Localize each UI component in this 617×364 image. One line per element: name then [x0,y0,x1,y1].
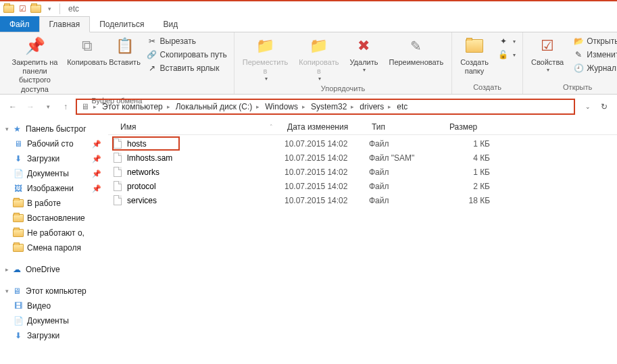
folder-icon [12,197,24,209]
nav-quick-item[interactable]: Не работают о, [0,226,108,240]
file-date: 10.07.2015 14:02 [285,196,369,205]
column-header-size[interactable]: Размер [443,119,490,134]
nav-quick-item[interactable]: В работе [0,196,108,211]
column-header-date[interactable]: Дата изменения [280,119,365,134]
breadcrumb-item[interactable]: Этот компьютер▸ [99,102,173,111]
nav-quick-item[interactable]: ⬇Загрузки📌 [0,151,108,166]
ribbon-tabs: Файл Главная Поделиться Вид [0,16,617,32]
downloads-icon: ⬇ [12,153,24,165]
pin-icon: 📌 [92,140,105,149]
pin-icon: 📌 [24,35,46,57]
title-bar: ☑ ▾ etc [0,0,617,16]
copy-button[interactable]: ⧉ Копировать [68,34,106,68]
nav-quick-item[interactable]: 🖼Изображени📌 [0,181,108,196]
nav-this-pc[interactable]: ▾🖥 Этот компьютер [0,284,108,298]
copy-icon: ⧉ [76,35,98,57]
file-type: Файл [369,196,447,205]
cut-button[interactable]: ✂Вырезать [144,35,230,47]
column-header-type[interactable]: Тип [365,119,443,134]
file-size: 1 КБ [447,139,494,149]
file-name: networks [127,167,159,177]
folder-icon [12,242,24,254]
column-header-name[interactable]: Имя˄ [108,119,280,134]
new-item-button[interactable]: ✦▾ [495,35,518,47]
group-label: Открыть [527,82,617,93]
folder-icon [3,3,15,15]
pin-icon: 📌 [92,155,105,163]
paste-icon: 📋 [114,35,136,57]
separator [59,3,60,14]
file-type: Файл [369,139,447,149]
tab-share[interactable]: Поделиться [90,16,153,32]
nav-quick-item[interactable]: 📄Документы📌 [0,166,108,181]
file-size: 4 КБ [447,153,494,163]
nav-pc-item[interactable]: ⬇Загрузки [0,328,108,343]
edit-button[interactable]: ✎Изменить [570,49,617,61]
recent-locations-button[interactable]: ▾ [41,99,55,114]
history-icon: 🕘 [573,63,584,74]
delete-button[interactable]: ✖ Удалить▾ [345,34,382,74]
pc-icon: 🖥 [11,285,23,297]
qat-customize-icon[interactable]: ▾ [43,3,55,15]
address-bar[interactable]: 🖥▸ Этот компьютер▸ Локальный диск (C:)▸ … [76,99,575,115]
file-date: 10.07.2015 14:02 [285,153,369,163]
file-type: Файл [369,167,447,177]
file-name: services [127,196,157,205]
file-row[interactable]: services10.07.2015 14:02Файл18 КБ [108,193,617,207]
up-button[interactable]: ↑ [58,99,73,114]
breadcrumb-root-icon[interactable]: 🖥▸ [78,102,99,111]
scissors-icon: ✂ [147,36,157,47]
file-row[interactable]: hosts10.07.2015 14:02Файл1 КБ [108,136,617,151]
nav-quick-access[interactable]: ▾★ Панель быстрог [0,122,108,136]
easy-access-button[interactable]: 🔓▾ [495,49,518,61]
video-icon: 🎞 [12,300,24,312]
window-title: etc [68,4,79,14]
breadcrumb-item[interactable]: drivers▸ [357,102,394,111]
ribbon: 📌 Закрепить на панели быстрого доступа ⧉… [0,32,617,95]
properties-icon: ☑ [537,35,558,57]
move-to-button[interactable]: 📁 Переместить в▾ [239,34,292,83]
qat-properties-icon[interactable]: ☑ [16,3,28,15]
back-button[interactable]: ← [5,99,20,114]
file-icon [112,195,123,206]
navigation-pane: ▾★ Панель быстрог 🖥Рабочий сто📌⬇Загрузки… [0,119,108,364]
nav-onedrive[interactable]: ▸☁ OneDrive [0,262,108,277]
copy-path-button[interactable]: 🔗Скопировать путь [144,49,230,61]
paste-shortcut-button[interactable]: ↗Вставить ярлык [144,62,230,74]
nav-pc-item[interactable]: 📄Документы [0,313,108,328]
file-date: 10.07.2015 14:02 [285,167,369,177]
file-row[interactable]: lmhosts.sam10.07.2015 14:02Файл "SAM"4 К… [108,151,617,165]
nav-quick-item[interactable]: Смена пароля [0,240,108,255]
sparkle-icon: ✦ [498,36,509,47]
breadcrumb-item[interactable]: System32▸ [308,102,357,111]
refresh-button[interactable]: ↻ [597,99,612,114]
breadcrumb-item[interactable]: Локальный диск (C:)▸ [173,102,263,111]
nav-quick-item[interactable]: Востановление [0,211,108,226]
file-size: 1 КБ [447,167,494,177]
open-button[interactable]: 📂Открыть▾ [570,35,617,47]
rename-button[interactable]: ✎ Переименовать [385,34,447,68]
properties-button[interactable]: ☑ Свойства▾ [527,34,568,74]
breadcrumb-item[interactable]: Windows▸ [262,102,308,111]
address-dropdown-button[interactable]: ⌄ [581,99,595,114]
tab-home[interactable]: Главная [39,16,91,32]
paste-button[interactable]: 📋 Вставить [109,34,141,68]
file-name: hosts [127,139,147,149]
desktop-icon: 🖥 [12,138,24,150]
file-type: Файл [369,182,447,191]
file-icon [112,153,123,163]
nav-quick-item[interactable]: 🖥Рабочий сто📌 [0,136,108,151]
pin-to-quick-access-button[interactable]: 📌 Закрепить на панели быстрого доступа [4,34,66,95]
forward-button[interactable]: → [23,99,38,114]
breadcrumb-item[interactable]: etc [394,102,410,111]
tab-view[interactable]: Вид [153,16,187,32]
file-row[interactable]: protocol10.07.2015 14:02Файл2 КБ [108,179,617,193]
file-row[interactable]: networks10.07.2015 14:02Файл1 КБ [108,165,617,179]
qat-new-folder-icon[interactable] [30,3,42,15]
copy-to-button[interactable]: 📁 Копировать в▾ [295,34,343,83]
nav-pc-item[interactable]: 🎞Видео [0,298,108,313]
new-folder-button[interactable]: Создать папку [456,34,493,77]
history-button[interactable]: 🕘Журнал [570,62,617,74]
tab-file[interactable]: Файл [0,16,39,32]
downloads-icon: ⬇ [12,330,24,342]
